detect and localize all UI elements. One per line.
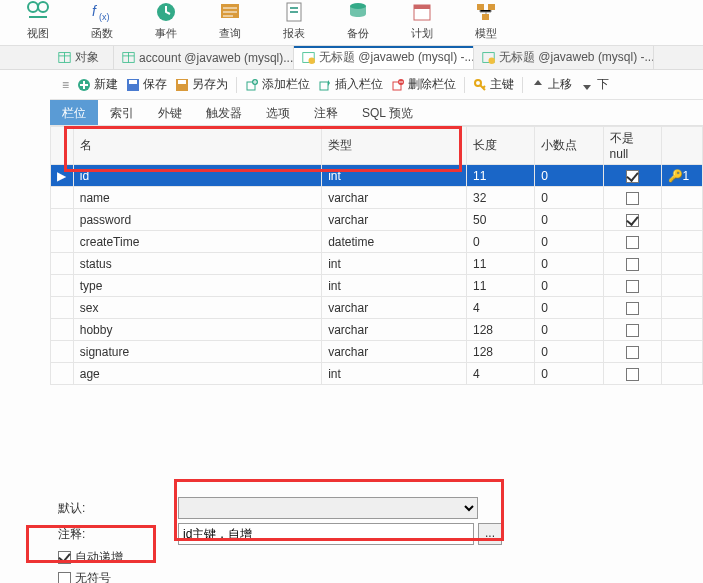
cell-name[interactable]: hobby: [73, 319, 321, 341]
move-down-button[interactable]: 下: [580, 76, 609, 93]
tab-account[interactable]: account @javaweb (mysql)...: [114, 46, 294, 69]
cell-name[interactable]: type: [73, 275, 321, 297]
cell-type[interactable]: datetime: [322, 231, 467, 253]
table-row[interactable]: signaturevarchar1280: [51, 341, 703, 363]
cell-pk[interactable]: [661, 253, 702, 275]
save-button[interactable]: 保存: [126, 76, 167, 93]
model-button[interactable]: 模型: [464, 0, 508, 41]
default-select[interactable]: [178, 497, 478, 519]
comment-input[interactable]: [178, 523, 474, 545]
new-button[interactable]: 新建: [77, 76, 118, 93]
cell-name[interactable]: password: [73, 209, 321, 231]
table-row[interactable]: hobbyvarchar1280: [51, 319, 703, 341]
primary-key-button[interactable]: 主键: [473, 76, 514, 93]
cell-nn[interactable]: [603, 209, 661, 231]
col-nn-header[interactable]: 不是 null: [603, 127, 661, 165]
cell-dec[interactable]: 0: [535, 231, 603, 253]
notnull-checkbox[interactable]: [626, 236, 639, 249]
table-row[interactable]: createTimedatetime00: [51, 231, 703, 253]
saveas-button[interactable]: 另存为: [175, 76, 228, 93]
cell-type[interactable]: int: [322, 275, 467, 297]
columns-grid[interactable]: 名 类型 长度 小数点 不是 null ▶idint110🔑1namevarch…: [50, 126, 703, 385]
cell-name[interactable]: age: [73, 363, 321, 385]
cell-pk[interactable]: [661, 187, 702, 209]
cell-len[interactable]: 128: [467, 319, 535, 341]
col-dec-header[interactable]: 小数点: [535, 127, 603, 165]
cell-type[interactable]: varchar: [322, 341, 467, 363]
col-pk-header[interactable]: [661, 127, 702, 165]
cell-nn[interactable]: [603, 231, 661, 253]
table-row[interactable]: ▶idint110🔑1: [51, 165, 703, 187]
view-button[interactable]: 视图: [16, 0, 60, 41]
col-type-header[interactable]: 类型: [322, 127, 467, 165]
event-button[interactable]: 事件: [144, 0, 188, 41]
cell-name[interactable]: name: [73, 187, 321, 209]
cell-len[interactable]: 0: [467, 231, 535, 253]
cell-nn[interactable]: [603, 253, 661, 275]
cell-pk[interactable]: [661, 275, 702, 297]
cell-dec[interactable]: 0: [535, 209, 603, 231]
cell-len[interactable]: 11: [467, 253, 535, 275]
cell-len[interactable]: 128: [467, 341, 535, 363]
cell-pk[interactable]: [661, 341, 702, 363]
cell-type[interactable]: varchar: [322, 297, 467, 319]
schedule-button[interactable]: 计划: [400, 0, 444, 41]
function-button[interactable]: f(x) 函数: [80, 0, 124, 41]
table-row[interactable]: statusint110: [51, 253, 703, 275]
cell-nn[interactable]: [603, 297, 661, 319]
col-name-header[interactable]: 名: [73, 127, 321, 165]
cell-nn[interactable]: [603, 275, 661, 297]
cell-dec[interactable]: 0: [535, 275, 603, 297]
cell-len[interactable]: 50: [467, 209, 535, 231]
tab-options[interactable]: 选项: [254, 100, 302, 125]
tab-fk[interactable]: 外键: [146, 100, 194, 125]
cell-dec[interactable]: 0: [535, 363, 603, 385]
notnull-checkbox[interactable]: [626, 258, 639, 271]
cell-dec[interactable]: 0: [535, 297, 603, 319]
comment-more-button[interactable]: ...: [478, 523, 502, 545]
cell-nn[interactable]: [603, 341, 661, 363]
cell-len[interactable]: 11: [467, 165, 535, 187]
cell-dec[interactable]: 0: [535, 253, 603, 275]
move-up-button[interactable]: 上移: [531, 76, 572, 93]
cell-dec[interactable]: 0: [535, 341, 603, 363]
cell-type[interactable]: varchar: [322, 319, 467, 341]
cell-len[interactable]: 4: [467, 297, 535, 319]
cell-dec[interactable]: 0: [535, 165, 603, 187]
tab-trigger[interactable]: 触发器: [194, 100, 254, 125]
unsigned-checkbox[interactable]: [58, 572, 71, 583]
cell-pk[interactable]: 🔑1: [661, 165, 702, 187]
notnull-checkbox[interactable]: [626, 324, 639, 337]
cell-pk[interactable]: [661, 297, 702, 319]
cell-len[interactable]: 32: [467, 187, 535, 209]
tab-sql[interactable]: SQL 预览: [350, 100, 425, 125]
cell-dec[interactable]: 0: [535, 187, 603, 209]
cell-type[interactable]: varchar: [322, 187, 467, 209]
insert-column-button[interactable]: 插入栏位: [318, 76, 383, 93]
cell-nn[interactable]: [603, 319, 661, 341]
report-button[interactable]: 报表: [272, 0, 316, 41]
tab-index[interactable]: 索引: [98, 100, 146, 125]
cell-name[interactable]: sex: [73, 297, 321, 319]
cell-name[interactable]: createTime: [73, 231, 321, 253]
cell-pk[interactable]: [661, 231, 702, 253]
cell-len[interactable]: 4: [467, 363, 535, 385]
table-row[interactable]: sexvarchar40: [51, 297, 703, 319]
notnull-checkbox[interactable]: [626, 170, 639, 183]
notnull-checkbox[interactable]: [626, 280, 639, 293]
tab-fields[interactable]: 栏位: [50, 100, 98, 125]
cell-pk[interactable]: [661, 209, 702, 231]
cell-name[interactable]: status: [73, 253, 321, 275]
cell-pk[interactable]: [661, 319, 702, 341]
auto-increment-checkbox[interactable]: [58, 551, 71, 564]
cell-pk[interactable]: [661, 363, 702, 385]
notnull-checkbox[interactable]: [626, 192, 639, 205]
cell-nn[interactable]: [603, 363, 661, 385]
cell-type[interactable]: int: [322, 165, 467, 187]
cell-name[interactable]: id: [73, 165, 321, 187]
cell-nn[interactable]: [603, 165, 661, 187]
notnull-checkbox[interactable]: [626, 214, 639, 227]
tab-comment[interactable]: 注释: [302, 100, 350, 125]
cell-name[interactable]: signature: [73, 341, 321, 363]
table-row[interactable]: passwordvarchar500: [51, 209, 703, 231]
